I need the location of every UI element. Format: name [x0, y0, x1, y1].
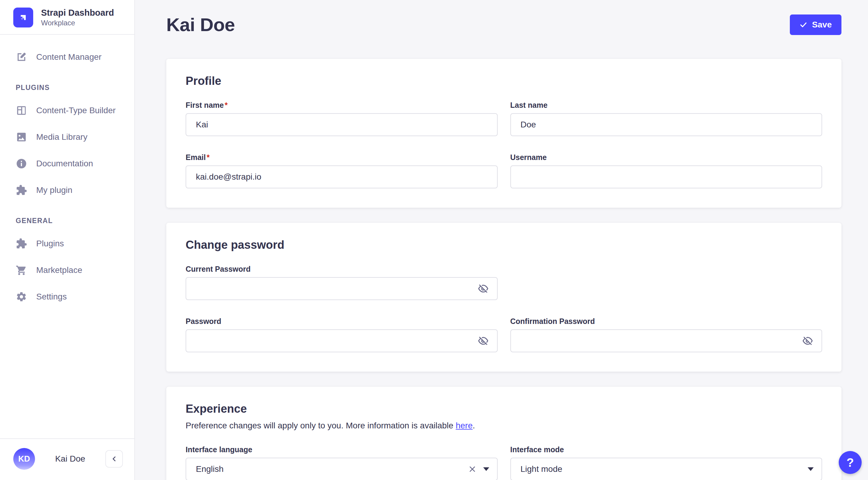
chevron-down-icon	[483, 467, 489, 471]
sidebar-user-area: KD Kai Doe	[0, 438, 134, 480]
strapi-admin-app: Strapi Dashboard Workplace Content Manag…	[0, 0, 868, 480]
grid-spacer	[510, 265, 823, 300]
password-fields: Current Password	[186, 265, 822, 352]
eye-off-icon	[802, 335, 813, 346]
sidebar-section-general: GENERAL	[0, 204, 134, 230]
username-label: Username	[510, 153, 823, 162]
gear-icon	[16, 291, 27, 302]
confirmation-password-input[interactable]	[510, 329, 823, 352]
experience-description-period: .	[473, 421, 475, 430]
email-field-group: Email*	[186, 153, 498, 188]
current-password-label: Current Password	[186, 265, 498, 273]
field-label-text: Email	[186, 153, 206, 162]
email-input[interactable]	[186, 166, 498, 188]
info-icon	[16, 158, 27, 169]
password-input[interactable]	[186, 329, 498, 352]
field-label-text: Interface mode	[510, 445, 564, 454]
puzzle-icon	[16, 184, 27, 196]
last-name-input[interactable]	[510, 113, 823, 136]
save-button-label: Save	[812, 20, 832, 30]
interface-mode-label: Interface mode	[510, 445, 823, 454]
first-name-input[interactable]	[186, 113, 498, 136]
profile-fields: First name* Last name Email*	[186, 101, 822, 188]
password-label: Password	[186, 317, 498, 326]
confirm-password-field-group: Confirmation Password	[510, 317, 823, 352]
change-password-card-title: Change password	[186, 239, 822, 251]
cart-icon	[16, 265, 27, 276]
clear-language-button[interactable]	[466, 463, 478, 475]
experience-card: Experience Preference changes will apply…	[166, 387, 841, 480]
experience-description: Preference changes will apply only to yo…	[186, 420, 822, 432]
current-password-input-wrap	[186, 277, 498, 300]
sidebar: Strapi Dashboard Workplace Content Manag…	[0, 0, 135, 480]
interface-language-label: Interface language	[186, 445, 498, 454]
help-button[interactable]: ?	[839, 451, 862, 474]
interface-language-field-group: Interface language English This will	[186, 445, 498, 480]
sidebar-item-media-library[interactable]: Media Library	[0, 124, 134, 150]
field-label-text: Last name	[510, 101, 548, 110]
puzzle-icon	[16, 238, 27, 249]
main-content: Kai Doe Save Profile First name*	[135, 0, 868, 480]
sidebar-section-plugins: PLUGINS	[0, 70, 134, 97]
sidebar-item-label: Content-Type Builder	[36, 106, 116, 115]
more-information-link[interactable]: here	[456, 421, 473, 430]
username-input[interactable]	[510, 166, 823, 188]
current-password-field-group: Current Password	[186, 265, 498, 300]
collapse-sidebar-button[interactable]	[105, 450, 123, 468]
workspace-subtitle: Workplace	[41, 18, 114, 27]
confirmation-password-input-wrap	[510, 329, 823, 352]
interface-mode-field-group: Interface mode Light mode Displays your …	[510, 445, 823, 480]
sidebar-item-settings[interactable]: Settings	[0, 283, 134, 310]
image-icon	[16, 131, 27, 143]
sidebar-item-plugins[interactable]: Plugins	[0, 230, 134, 257]
sidebar-item-documentation[interactable]: Documentation	[0, 150, 134, 177]
sidebar-item-label: Media Library	[36, 132, 88, 142]
field-label-text: Password	[186, 317, 221, 326]
chevron-down-icon	[808, 467, 814, 471]
first-name-field-group: First name*	[186, 101, 498, 136]
workspace-brand[interactable]: Strapi Dashboard Workplace	[0, 0, 134, 35]
sidebar-item-label: Marketplace	[36, 265, 83, 275]
first-name-label: First name*	[186, 101, 498, 110]
interface-mode-value: Light mode	[521, 464, 808, 474]
chevron-left-icon	[110, 455, 118, 463]
sidebar-item-label: Documentation	[36, 159, 93, 169]
required-asterisk: *	[207, 153, 210, 162]
profile-page-content: Profile First name* Last name	[135, 59, 868, 480]
page-header: Kai Doe Save	[135, 0, 868, 35]
profile-card-title: Profile	[186, 74, 822, 88]
last-name-field-group: Last name	[510, 101, 823, 136]
eye-off-icon	[478, 283, 489, 294]
field-label-text: Current Password	[186, 265, 250, 273]
experience-card-title: Experience	[186, 402, 822, 415]
page-title: Kai Doe	[166, 14, 235, 35]
toggle-password-visibility-button[interactable]	[801, 334, 814, 348]
strapi-logo-icon	[13, 7, 33, 27]
interface-mode-select[interactable]: Light mode	[510, 458, 823, 480]
required-asterisk: *	[224, 101, 227, 110]
toggle-password-visibility-button[interactable]	[476, 282, 490, 295]
sidebar-item-content-type-builder[interactable]: Content-Type Builder	[0, 97, 134, 124]
toggle-password-visibility-button[interactable]	[476, 334, 490, 348]
interface-language-select[interactable]: English	[186, 458, 498, 480]
field-label-text: Interface language	[186, 445, 252, 454]
check-icon	[800, 21, 807, 29]
save-button[interactable]: Save	[790, 14, 841, 35]
email-label: Email*	[186, 153, 498, 162]
username-field-group: Username	[510, 153, 823, 188]
sidebar-item-label: My plugin	[36, 185, 72, 195]
new-password-field-group: Password	[186, 317, 498, 352]
sidebar-item-marketplace[interactable]: Marketplace	[0, 257, 134, 283]
field-label-text: First name	[186, 101, 224, 110]
current-password-input[interactable]	[186, 277, 498, 300]
eye-off-icon	[478, 335, 489, 346]
sidebar-item-label: Settings	[36, 292, 67, 302]
clear-icon	[468, 464, 477, 474]
last-name-label: Last name	[510, 101, 823, 110]
password-input-wrap	[186, 329, 498, 352]
sidebar-item-content-manager[interactable]: Content Manager	[0, 44, 134, 70]
change-password-card: Change password Current Password	[166, 223, 841, 371]
sidebar-item-my-plugin[interactable]: My plugin	[0, 177, 134, 204]
pen-square-icon	[16, 51, 27, 63]
interface-language-value: English	[196, 464, 466, 474]
